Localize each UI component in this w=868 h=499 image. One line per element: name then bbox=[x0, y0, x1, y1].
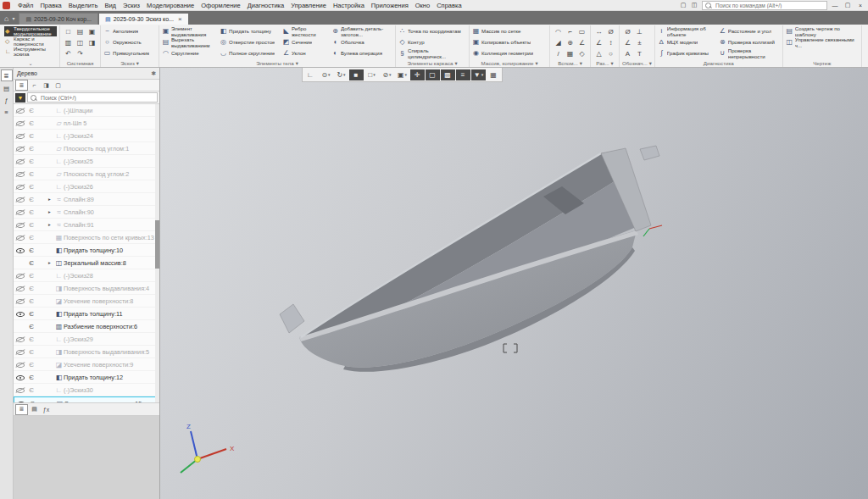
tree-item[interactable]: ▱ пл-Шп 5 bbox=[14, 117, 159, 130]
menu-item[interactable]: Файл bbox=[14, 2, 36, 9]
tree-item[interactable]: ◨ Поверхность выдавливания:4 bbox=[14, 282, 159, 295]
toolbar-icon[interactable]: A bbox=[622, 48, 633, 58]
tree-toolbar-icon[interactable]: ⌐ bbox=[29, 80, 40, 90]
toolbar-icon[interactable]: ○ bbox=[605, 48, 616, 58]
bow-block[interactable] bbox=[280, 304, 304, 333]
filter-icon[interactable]: ▼ bbox=[15, 93, 25, 103]
close-button[interactable]: × bbox=[855, 1, 865, 9]
exclude-from-calc-icon[interactable] bbox=[26, 259, 36, 267]
toolbar-icon[interactable]: ◢ bbox=[553, 37, 564, 47]
ribbon-command[interactable]: ∠ Уклон bbox=[282, 48, 330, 59]
tree-item[interactable]: ∟ (-)Эскиз30 bbox=[14, 384, 159, 396]
view-toggle-icon[interactable]: ◫ bbox=[689, 1, 699, 9]
visibility-eye-icon[interactable] bbox=[15, 119, 26, 127]
tree-item[interactable]: ▸ ≈ Сплайн:89 bbox=[14, 193, 159, 206]
visibility-eye-icon[interactable] bbox=[15, 220, 26, 229]
tree-item[interactable]: ▱ Плоскость под углом:1 bbox=[14, 142, 159, 155]
exclude-from-calc-icon[interactable] bbox=[26, 272, 36, 280]
ribbon-command[interactable]: ◩ Сечение bbox=[282, 37, 330, 48]
visibility-eye-icon[interactable] bbox=[15, 131, 26, 140]
exclude-from-calc-icon[interactable] bbox=[26, 158, 36, 165]
document-tab-inactive[interactable]: ▤ 2025-09-20 Коч кор... bbox=[19, 13, 98, 25]
visibility-eye-icon[interactable] bbox=[15, 284, 26, 292]
restore-button[interactable]: ▢ bbox=[843, 1, 853, 9]
visibility-eye-icon[interactable] bbox=[15, 233, 26, 241]
toolbar-icon[interactable]: ◠ bbox=[553, 26, 564, 36]
panel-strip-icon[interactable]: ≣ bbox=[1, 69, 13, 81]
tabs-dropdown-icon[interactable]: ▾ bbox=[12, 15, 19, 25]
toolbar-icon[interactable]: ▥ bbox=[63, 37, 74, 47]
visibility-eye-icon[interactable] bbox=[15, 157, 26, 165]
ribbon-command[interactable]: ▭ Прямоугольник bbox=[103, 48, 156, 59]
ribbon-command[interactable]: ◣ Ребро жесткости bbox=[282, 26, 330, 37]
viewport-canvas[interactable]: Z X bbox=[160, 68, 868, 499]
group-label[interactable]: ⌄ bbox=[4, 58, 57, 67]
tree-toolbar-icon[interactable]: ≣ bbox=[15, 80, 28, 91]
ribbon-command[interactable]: Δ МЦХ модели bbox=[658, 37, 717, 48]
tree-item[interactable]: ▥ Разбиение поверхности:6 bbox=[14, 320, 159, 333]
tree-item[interactable]: ◧ Придать толщину:10 bbox=[14, 244, 159, 257]
toolbar-icon[interactable]: ↶ bbox=[63, 48, 74, 58]
ribbon-command[interactable]: § Спираль цилиндрическ... bbox=[398, 48, 466, 59]
tree-item[interactable]: ◧ Придать толщину:11 bbox=[14, 308, 159, 320]
toolbar-icon[interactable]: △ bbox=[593, 48, 604, 58]
tree-bottom-tab-icon[interactable]: ≣ bbox=[15, 404, 28, 415]
menu-item[interactable]: Приложения bbox=[368, 2, 412, 9]
tree-item[interactable]: ∟ (-)Эскиз24 bbox=[14, 130, 159, 142]
toolbar-icon[interactable]: ⌐ bbox=[565, 26, 576, 36]
ribbon-command[interactable]: ⊕ Добавить деталь-заготов... bbox=[331, 26, 392, 37]
exclude-from-calc-icon[interactable] bbox=[26, 234, 36, 241]
ribbon-command[interactable]: ▤ Вырезать выдавливанием bbox=[162, 37, 218, 48]
exclude-from-calc-icon[interactable] bbox=[26, 348, 36, 356]
ribbon-command[interactable]: ▤ Создать чертеж по шаблону bbox=[786, 26, 859, 37]
toolbar-icon[interactable]: ↷ bbox=[75, 48, 86, 58]
close-tab-icon[interactable]: × bbox=[178, 15, 182, 23]
visibility-eye-icon[interactable] bbox=[15, 360, 26, 369]
tree-item[interactable]: ▦ Поверхность по сети кривых:13 bbox=[14, 231, 159, 244]
menu-item[interactable]: Выделить bbox=[65, 2, 102, 9]
toolbar-icon[interactable]: ◫ bbox=[75, 37, 86, 47]
scrollbar-thumb[interactable] bbox=[155, 220, 159, 268]
tree-item[interactable]: ∟ (-)Эскиз26 bbox=[14, 180, 159, 193]
ribbon-command[interactable]: i Информация об объекте bbox=[658, 26, 717, 37]
visibility-eye-icon[interactable] bbox=[15, 246, 26, 254]
exclude-from-calc-icon[interactable] bbox=[26, 310, 36, 318]
ribbon-command[interactable]: ◇ Контур bbox=[398, 37, 466, 48]
mode-selector-item[interactable]: ∟ Инструменты эскиза bbox=[4, 47, 57, 57]
expand-arrow-icon[interactable]: ▸ bbox=[48, 222, 54, 227]
tree-item[interactable]: ▸ ◫ Зеркальный массив:8 bbox=[14, 257, 159, 269]
toolbar-icon[interactable]: Ø bbox=[605, 26, 616, 36]
ribbon-command[interactable]: ◫ Управление связанными ч... bbox=[786, 37, 859, 48]
exclude-from-calc-icon[interactable] bbox=[26, 374, 36, 381]
gear-icon[interactable]: ✱ bbox=[151, 70, 156, 77]
exclude-from-calc-icon[interactable] bbox=[26, 208, 36, 216]
menu-item[interactable]: Управление bbox=[287, 2, 330, 9]
visibility-eye-icon[interactable] bbox=[15, 195, 26, 203]
toolbar-icon[interactable]: ∠ bbox=[593, 37, 604, 47]
visibility-eye-icon[interactable] bbox=[15, 271, 26, 280]
tree-scrollbar[interactable] bbox=[155, 104, 159, 402]
tree-item[interactable]: ▱ Плоскость под углом:2 bbox=[14, 168, 159, 180]
document-tab-active[interactable]: ▤ 2025-09-30 Эскиз ко... × bbox=[99, 14, 188, 25]
command-search[interactable] bbox=[702, 1, 827, 10]
exclude-from-calc-icon[interactable] bbox=[27, 400, 37, 403]
panel-strip-icon[interactable]: ▤ bbox=[2, 83, 12, 93]
visibility-eye-icon[interactable] bbox=[15, 258, 26, 267]
visibility-eye-icon[interactable] bbox=[15, 182, 26, 191]
visibility-eye-icon[interactable] bbox=[15, 385, 26, 394]
view-toggle-icon[interactable]: ▢ bbox=[678, 1, 688, 9]
ribbon-command[interactable]: ◎ Отверстие простое bbox=[220, 37, 281, 48]
exclude-from-calc-icon[interactable] bbox=[26, 183, 36, 191]
tree-item[interactable]: ∟ (-)Эскиз28 bbox=[14, 269, 159, 282]
stern-block[interactable] bbox=[640, 146, 659, 160]
toolbar-icon[interactable]: □ bbox=[63, 26, 74, 36]
toolbar-icon[interactable]: ▭ bbox=[576, 26, 587, 36]
visibility-eye-icon[interactable] bbox=[15, 373, 26, 381]
exclude-from-calc-icon[interactable] bbox=[26, 386, 36, 394]
tree-bottom-tab-icon[interactable]: ▤ bbox=[29, 405, 40, 414]
tree-item[interactable]: ∟ (-)Эскиз25 bbox=[14, 155, 159, 168]
ribbon-command[interactable]: ◠ Скругление bbox=[162, 48, 218, 59]
menu-item[interactable]: Правка bbox=[36, 2, 64, 9]
toolbar-icon[interactable]: ↔ bbox=[593, 26, 604, 36]
ribbon-command[interactable]: ◧ Придать толщину bbox=[220, 26, 281, 37]
